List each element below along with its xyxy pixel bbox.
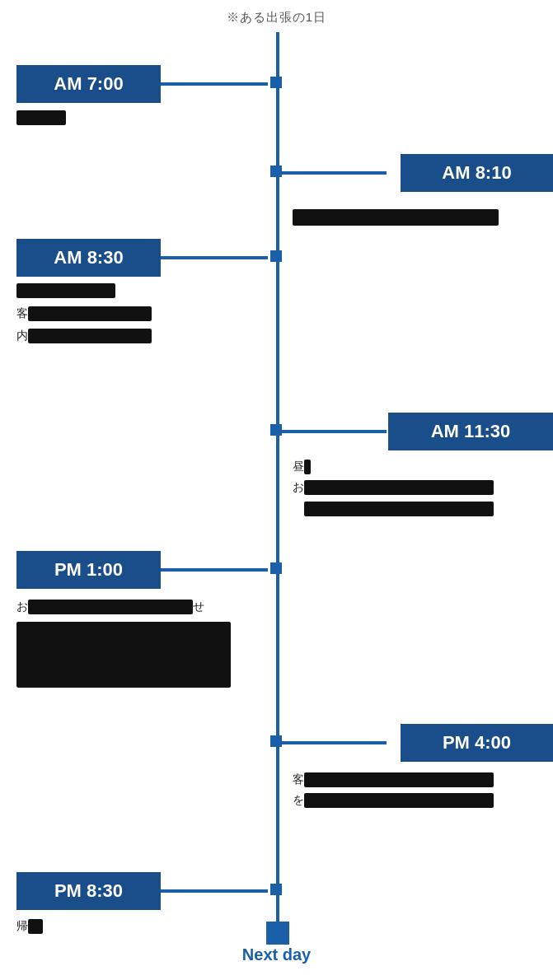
time-badge-pm400: PM 4:00 <box>401 724 553 762</box>
page-title: ※ある出張の1日 <box>0 0 553 32</box>
desc-pm100: お せ <box>16 596 231 688</box>
timeline-container: AM 7:00 AM 8:10 AM 8:30 客 内 AM 11:30 昼 お <box>0 32 553 971</box>
desc-am810 <box>293 209 499 226</box>
time-badge-am810: AM 8:10 <box>401 154 553 192</box>
connector-am1130 <box>279 430 387 433</box>
time-badge-am700: AM 7:00 <box>16 65 161 103</box>
time-badge-am830: AM 8:30 <box>16 239 161 277</box>
connector-am700 <box>161 82 268 86</box>
time-badge-pm830: PM 8:30 <box>16 872 161 910</box>
dot-am830 <box>270 250 282 262</box>
desc-am700 <box>16 110 66 128</box>
time-badge-am1130: AM 11:30 <box>388 413 553 450</box>
next-day-label: Next day <box>242 945 311 964</box>
dot-am700 <box>270 77 282 88</box>
connector-am810 <box>279 171 387 175</box>
connector-pm400 <box>279 741 387 744</box>
connector-am830 <box>161 256 268 259</box>
time-badge-pm100: PM 1:00 <box>16 551 161 589</box>
connector-pm830 <box>161 889 268 893</box>
desc-am1130: 昼 お <box>293 456 494 519</box>
desc-pm400: 客 を <box>293 769 494 810</box>
dot-am810 <box>270 166 282 177</box>
desc-pm830: 帰 <box>16 917 43 935</box>
dot-am1130 <box>270 424 282 436</box>
desc-am830: 客 内 <box>16 283 152 346</box>
timeline-end-marker <box>266 922 289 945</box>
dot-pm400 <box>270 735 282 747</box>
dot-pm830 <box>270 884 282 895</box>
dot-pm100 <box>270 562 282 574</box>
connector-pm100 <box>161 568 268 572</box>
